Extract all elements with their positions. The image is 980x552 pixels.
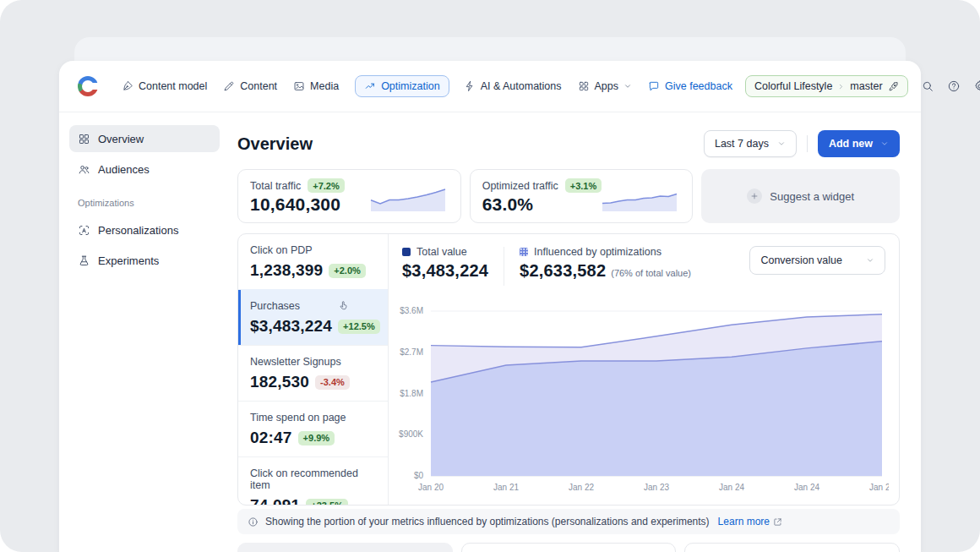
- space-name: Colorful Lifestyle: [754, 80, 832, 92]
- nav-item-label: AI & Automations: [481, 80, 562, 92]
- stat-card-label: Optimized traffic: [482, 180, 558, 192]
- metric-label: Newsletter Signups: [250, 356, 376, 368]
- legend-value: $2,633,582: [520, 261, 606, 281]
- add-new-label: Add new: [829, 138, 873, 150]
- learn-more-link[interactable]: Learn more: [718, 516, 782, 527]
- date-range-dropdown[interactable]: Last 7 days: [704, 130, 797, 157]
- metric-value: 1,238,399: [250, 261, 323, 280]
- lightning-icon: [464, 80, 476, 92]
- nav-item-label: Optimization: [381, 80, 439, 92]
- help-button[interactable]: [947, 79, 961, 93]
- trend-badge: +12.5%: [338, 320, 380, 334]
- chart-header: Total value $3,483,224 Influenced by opt…: [389, 234, 899, 286]
- stat-card-total-traffic[interactable]: Total traffic +7.2% 10,640,300: [237, 169, 461, 223]
- metric-item-click-on-recommended-item[interactable]: Click on recommended item 74,091 +23.5%: [238, 456, 388, 505]
- suggest-widget-button[interactable]: Suggest a widget: [701, 169, 900, 223]
- page-header: Overview Last 7 days Add new: [237, 129, 900, 158]
- bottom-card[interactable]: [237, 543, 453, 552]
- bottom-cards-row: [237, 543, 900, 552]
- page-title: Overview: [237, 134, 313, 154]
- nav-item-ai-automations[interactable]: AI & Automations: [464, 80, 562, 92]
- metric-item-click-on-pdp[interactable]: Click on PDP 1,238,399 +2.0%: [238, 234, 388, 289]
- metric-value: 74,091: [250, 496, 300, 505]
- info-text: Showing the portion of your metrics infl…: [265, 516, 710, 527]
- nav-item-label: Media: [310, 80, 339, 92]
- header-actions: Last 7 days Add new: [704, 130, 900, 157]
- sidebar-section-label: Optimizations: [78, 198, 211, 208]
- stat-card-label: Total traffic: [250, 180, 301, 192]
- nav-item-label: Apps: [595, 80, 619, 92]
- sidebar-item-experiments[interactable]: Experiments: [69, 247, 220, 274]
- trend-badge: +3.1%: [565, 178, 602, 193]
- bottom-card[interactable]: [461, 543, 677, 552]
- dashboard-grid-icon: [78, 133, 90, 145]
- mouse-pointer-cursor-icon: [338, 300, 349, 311]
- legend-label: Influenced by optimizations: [534, 246, 662, 258]
- chevron-down-icon: [866, 256, 874, 265]
- add-new-button[interactable]: Add new: [818, 130, 900, 157]
- svg-text:Jan 25: Jan 25: [869, 483, 889, 492]
- environment-name: master: [850, 80, 882, 92]
- metric-label: Click on recommended item: [250, 467, 376, 491]
- feedback-bubble-icon: [648, 80, 660, 92]
- nav-item-content[interactable]: Content: [223, 80, 277, 92]
- nav-item-apps[interactable]: Apps: [578, 80, 633, 92]
- sidebar-item-overview[interactable]: Overview: [69, 125, 220, 152]
- contentful-logo-icon[interactable]: [78, 76, 98, 96]
- metric-item-purchases[interactable]: Purchases $3,483,224 +12.5%: [238, 289, 388, 345]
- metric-value: 02:47: [250, 429, 292, 447]
- trend-badge: -3.4%: [315, 375, 350, 390]
- conversion-area-chart: $3.6M$2.7M$1.8M$900K$0Jan 20Jan 21Jan 22…: [394, 298, 889, 500]
- total-traffic-sparkline: [369, 183, 447, 211]
- nav-item-label: Content model: [139, 80, 207, 92]
- legend-value: $3,483,224: [402, 261, 488, 281]
- svg-text:Jan 23: Jan 23: [644, 483, 669, 492]
- conversion-panel: Click on PDP 1,238,399 +2.0% Purchases $…: [237, 233, 900, 506]
- svg-text:$1.8M: $1.8M: [400, 389, 423, 398]
- search-icon: [921, 79, 934, 93]
- metric-label: Purchases: [250, 300, 376, 312]
- settings-button[interactable]: [973, 79, 980, 93]
- nav-item-media[interactable]: Media: [293, 80, 339, 92]
- chevron-down-icon: [623, 82, 632, 90]
- date-range-label: Last 7 days: [715, 138, 769, 150]
- sidebar: Overview Audiences Optimizations Persona…: [59, 113, 230, 552]
- nav-right-group: Give feedback Colorful Lifestyle master: [648, 75, 980, 97]
- bottom-card[interactable]: [684, 543, 900, 552]
- sidebar-item-audiences[interactable]: Audiences: [69, 156, 220, 183]
- header-divider: [807, 135, 808, 152]
- svg-text:Jan 20: Jan 20: [418, 483, 444, 492]
- legend-divider: [504, 247, 504, 286]
- pen-nib-icon: [122, 80, 133, 92]
- give-feedback-link[interactable]: Give feedback: [648, 80, 732, 92]
- nav-item-optimization[interactable]: Optimization: [355, 75, 449, 97]
- chevron-down-icon: [777, 139, 786, 148]
- search-button[interactable]: [921, 79, 934, 93]
- pencil-icon: [223, 80, 235, 92]
- metric-list: Click on PDP 1,238,399 +2.0% Purchases $…: [238, 234, 389, 505]
- metric-value: 182,530: [250, 373, 309, 391]
- sidebar-item-label: Experiments: [98, 254, 159, 267]
- rocket-icon: [888, 81, 899, 92]
- conversion-value-dropdown[interactable]: Conversion value: [749, 246, 885, 275]
- page-background: Content model Content Media Optimization…: [0, 0, 980, 552]
- app-window: Content model Content Media Optimization…: [59, 61, 921, 552]
- trend-badge: +9.9%: [298, 431, 335, 445]
- legend-note: (76% of total value): [611, 268, 691, 278]
- space-environment-switcher[interactable]: Colorful Lifestyle master: [745, 75, 908, 97]
- trend-badge: +2.0%: [329, 264, 366, 278]
- svg-text:$2.7M: $2.7M: [400, 347, 423, 357]
- gear-icon: [973, 79, 980, 93]
- stat-card-optimized-traffic[interactable]: Optimized traffic +3.1% 63.0%: [470, 169, 694, 223]
- influenced-marker-icon: [520, 248, 528, 256]
- metric-item-newsletter-signups[interactable]: Newsletter Signups 182,530 -3.4%: [238, 345, 388, 401]
- info-circle-icon: [248, 516, 259, 527]
- metric-item-time-spend-on-page[interactable]: Time spend on page 02:47 +9.9%: [238, 401, 388, 456]
- give-feedback-label: Give feedback: [665, 80, 732, 92]
- sidebar-item-personalizations[interactable]: Personalizations: [69, 216, 220, 243]
- legend-influenced: Influenced by optimizations $2,633,582 (…: [520, 246, 691, 281]
- nav-item-content-model[interactable]: Content model: [122, 80, 207, 92]
- apps-grid-icon: [578, 80, 590, 92]
- suggest-widget-label: Suggest a widget: [770, 190, 854, 203]
- info-bar: Showing the portion of your metrics infl…: [237, 509, 900, 534]
